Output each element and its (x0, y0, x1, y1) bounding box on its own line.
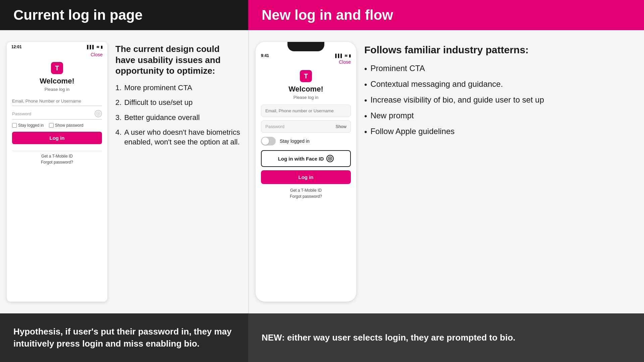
issue-item-4: A user who doesn't have biometrics enabl… (115, 128, 240, 147)
benefit-item-3: •Increase visibility of bio, and guide u… (364, 95, 634, 106)
issue-list: More prominent CTA Difficult to use/set … (115, 83, 240, 147)
old-login-button[interactable]: Log in (12, 132, 102, 144)
old-status-bar: 12:01 ▌▌▌ ≋ ▮ (7, 42, 107, 51)
old-email-input[interactable] (12, 97, 102, 106)
stay-logged-checkbox[interactable]: Stay logged in (12, 123, 44, 128)
old-phone-body: T Welcome! Please log in Password (7, 59, 107, 171)
old-time: 12:01 (11, 45, 22, 49)
stay-logged-label: Stay logged in (18, 123, 44, 128)
new-email-input[interactable] (261, 105, 351, 117)
bottom-left: Hypothesis, if user's put their password… (0, 313, 248, 362)
old-forgot-link[interactable]: Forgot password? (41, 160, 73, 165)
issue-item-2: Difficult to use/set up (115, 98, 240, 108)
svg-point-0 (97, 112, 100, 116)
new-welcome-text: Welcome! (288, 85, 323, 94)
old-get-tmobile-link[interactable]: Get a T-Mobile ID (41, 154, 73, 159)
new-password-label: Password (265, 124, 284, 129)
new-phone-mockup: 9:41 ▌▌▌ ≋ ▮ Close T Welcome! Please log… (256, 42, 356, 302)
benefit-item-5: •Follow Apple guidelines (364, 126, 634, 137)
left-description: The current design could have usability … (107, 37, 248, 307)
old-checkboxes: Stay logged in Show password (12, 123, 102, 128)
dynamic-island (287, 42, 324, 51)
signal-icon: ▌▌▌ (87, 45, 95, 49)
new-forgot-link[interactable]: Forgot password? (290, 194, 322, 199)
benefit-item-4: •New prompt (364, 110, 634, 121)
header-row: Current log in page New log in and flow (0, 0, 644, 30)
new-status-bar: 9:41 ▌▌▌ ≋ ▮ (256, 51, 356, 59)
issue-item-1: More prominent CTA (115, 83, 240, 93)
face-id-icon (326, 155, 334, 162)
old-divider (12, 151, 102, 151)
bottom-right-text: NEW: either way user selects login, they… (262, 332, 516, 344)
old-password-label: Password (12, 111, 31, 116)
new-get-tmobile-link[interactable]: Get a T-Mobile ID (290, 188, 322, 193)
right-header-title: New log in and flow (262, 7, 393, 23)
old-close-button[interactable]: Close (7, 51, 107, 59)
wifi-icon: ≋ (96, 45, 99, 49)
new-subtitle-text: Please log in (293, 95, 318, 100)
bottom-row: Hypothesis, if user's put their password… (0, 313, 644, 362)
svg-point-2 (328, 157, 332, 161)
header-left: Current log in page (0, 0, 248, 30)
old-biometric-icon (95, 110, 102, 117)
new-phone-body: T Welcome! Please log in Password Show S… (256, 67, 356, 205)
new-tmobile-logo: T (300, 70, 312, 82)
show-password-box (49, 123, 54, 128)
new-wifi-icon: ≋ (344, 54, 347, 58)
new-logo-letter: T (304, 72, 308, 80)
svg-point-3 (329, 158, 331, 159)
stay-logged-toggle-row: Stay logged in (261, 137, 351, 145)
old-logo-letter: T (55, 64, 59, 72)
old-tmobile-logo: T (51, 62, 63, 74)
left-panel: 12:01 ▌▌▌ ≋ ▮ Close T Welcome! Please lo… (0, 30, 248, 313)
new-time: 9:41 (261, 53, 269, 58)
stay-logged-box (12, 123, 17, 128)
benefit-item-2: •Contextual messaging and guidance. (364, 79, 634, 90)
new-battery-icon: ▮ (349, 54, 351, 58)
right-panel: 9:41 ▌▌▌ ≋ ▮ Close T Welcome! Please log… (248, 30, 644, 313)
stay-logged-toggle[interactable] (261, 137, 276, 145)
new-signal-icon: ▌▌▌ (335, 54, 343, 58)
new-login-button[interactable]: Log in (261, 170, 351, 184)
benefit-list: •Prominent CTA •Contextual messaging and… (364, 63, 634, 137)
old-phone-mockup: 12:01 ▌▌▌ ≋ ▮ Close T Welcome! Please lo… (7, 42, 107, 302)
main-row: 12:01 ▌▌▌ ≋ ▮ Close T Welcome! Please lo… (0, 30, 644, 313)
bottom-right: NEW: either way user selects login, they… (248, 313, 644, 362)
left-header-title: Current log in page (13, 7, 143, 23)
svg-point-1 (98, 113, 99, 114)
right-description-heading: Follows familiar industry patterns: (364, 44, 634, 56)
benefit-item-1: •Prominent CTA (364, 63, 634, 74)
old-subtitle-text: Please log in (45, 87, 69, 92)
issue-item-3: Better guidance overall (115, 113, 240, 123)
old-password-row: Password (12, 110, 102, 120)
face-id-button[interactable]: Log in with Face ID (261, 150, 351, 167)
show-password-label: Show password (55, 123, 84, 128)
new-status-icons: ▌▌▌ ≋ ▮ (335, 54, 351, 58)
old-status-icons: ▌▌▌ ≋ ▮ (87, 45, 103, 49)
battery-icon: ▮ (101, 45, 103, 49)
stay-logged-toggle-label: Stay logged in (280, 138, 310, 144)
show-password-checkbox[interactable]: Show password (49, 123, 84, 128)
left-description-heading: The current design could have usability … (115, 44, 240, 76)
old-welcome-text: Welcome! (40, 77, 74, 85)
right-description: Follows familiar industry patterns: •Pro… (356, 37, 644, 307)
new-close-button[interactable]: Close (256, 59, 356, 67)
face-id-label: Log in with Face ID (278, 156, 324, 162)
bottom-left-text: Hypothesis, if user's put their password… (13, 326, 235, 349)
new-password-row: Password Show (261, 120, 351, 133)
header-right: New log in and flow (248, 0, 644, 30)
show-password-text[interactable]: Show (335, 124, 346, 129)
